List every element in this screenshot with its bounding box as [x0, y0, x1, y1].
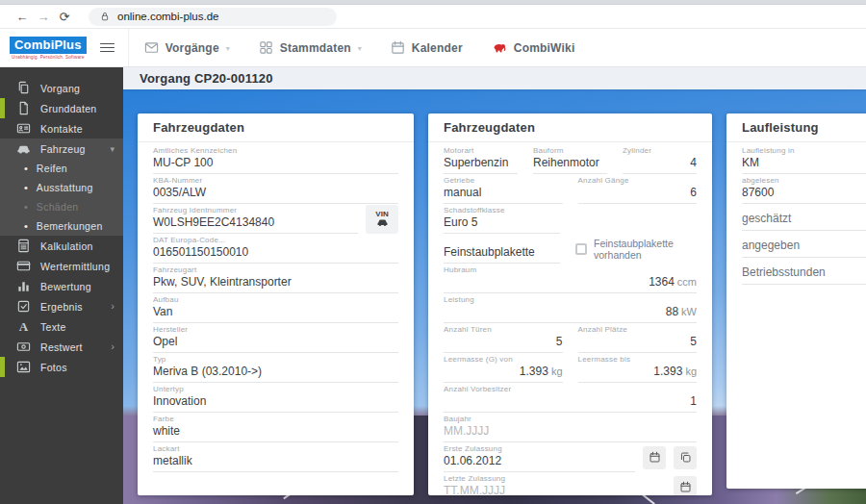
field-hersteller[interactable]: Hersteller Opel [153, 323, 398, 353]
field-aufbau[interactable]: Aufbau Van [153, 293, 398, 323]
banknote-icon [16, 340, 31, 354]
field-untertyp[interactable]: Untertyp Innovation [153, 383, 398, 413]
bullet-icon: • [24, 164, 28, 174]
field-laufleistung-in[interactable]: Laufleistung in KM [742, 144, 866, 174]
sidebar-item-fotos[interactable]: Fotos [0, 357, 123, 377]
calculator-icon [16, 239, 31, 253]
card-title: Fahrzeugdaten [428, 113, 712, 142]
copy-icon [679, 451, 692, 464]
nav-item-combiwiki[interactable]: CombiWiki [492, 40, 575, 55]
copy-date-button[interactable] [674, 446, 697, 469]
field-fahrzeug-identnummer[interactable]: Fahrzeug Identnummer W0LSH9EE2C4134840 [153, 204, 358, 234]
field-letzte-zulassung[interactable]: Letzte Zulassung TT.MM.JJJJ [444, 472, 666, 495]
field-farbe[interactable]: Farbe white [153, 413, 398, 442]
bullet-icon: • [24, 183, 28, 193]
app-header: CombiPlus Unabhängig. Persönlich. Softwa… [0, 29, 866, 67]
calendar-icon [679, 481, 692, 493]
chevron-down-icon: ▾ [358, 44, 362, 53]
datepicker-button[interactable] [643, 446, 666, 469]
card-title: Fahrzeugdaten [138, 113, 414, 142]
contacts-icon [16, 121, 31, 136]
document-icon [16, 101, 31, 115]
sidebar-item-texte[interactable]: A Texte [0, 316, 123, 337]
sidebar-item-schaeden: • Schäden [0, 197, 123, 216]
chevron-down-icon: ▾ [110, 144, 115, 154]
card-fahrzeugdaten-2: Fahrzeugdaten Motorart Superbenzin Baufo… [428, 113, 712, 495]
combiwiki-icon [492, 40, 507, 55]
browser-forward-button[interactable]: → [33, 11, 54, 23]
sidebar-item-reifen[interactable]: • Reifen [0, 159, 123, 178]
field-getriebe[interactable]: Getriebe manual [444, 174, 563, 204]
field-anzahl-gaenge[interactable]: Anzahl Gänge 6 [578, 174, 698, 204]
url-text: online.combi-plus.de [117, 11, 218, 22]
copy-icon [16, 81, 31, 95]
sidebar-item-grunddaten[interactable]: Grunddaten [0, 98, 123, 118]
sidebar-item-bewertung[interactable]: Bewertung [0, 276, 123, 296]
datepicker-button[interactable] [674, 476, 697, 496]
field-typ[interactable]: Typ Meriva B (03.2010->) [153, 353, 398, 383]
sidebar-item-wertermittlung[interactable]: Wertermittlung [0, 256, 123, 276]
sidebar-item-bemerkungen[interactable]: • Bemerkungen [0, 216, 123, 236]
sidebar-item-kontakte[interactable]: Kontakte [0, 118, 123, 139]
bullet-icon: • [24, 202, 28, 213]
status-indicator-fotos [0, 357, 5, 377]
vin-lookup-button[interactable]: VIN [366, 205, 398, 234]
field-motorart[interactable]: Motorart Superbenzin [444, 144, 518, 174]
sidebar-item-ergebnis[interactable]: Ergebnis › [0, 296, 123, 316]
field-leermasse-bis[interactable]: Leermasse bis 1.393kg [578, 353, 698, 383]
page-title-bar: Vorgang CP20-001120 [123, 67, 866, 89]
field-angegeben[interactable]: angegeben [742, 231, 866, 258]
browser-toolbar: ← → ⟳ online.combi-plus.de [0, 5, 866, 29]
field-hubraum[interactable]: Hubraum 1364ccm [444, 264, 697, 293]
field-betriebsstunden[interactable]: Betriebsstunden [742, 258, 866, 285]
bar-chart-icon [16, 279, 31, 293]
nav-item-stammdaten[interactable]: Stammdaten ▾ [259, 40, 362, 55]
status-indicator-grunddaten [0, 98, 5, 118]
feinstaubplakette-checkbox[interactable] [575, 243, 587, 255]
address-bar[interactable]: online.combi-plus.de [89, 8, 337, 26]
field-fahrzeugart[interactable]: Fahrzeugart Pkw, SUV, Kleintransporter [153, 264, 398, 293]
calendar-icon [649, 451, 661, 464]
field-baujahr[interactable]: Baujahr MM.JJJJ [444, 413, 697, 442]
field-schadstoffklasse[interactable]: Schadstoffklasse Euro 5 [444, 204, 560, 234]
field-anzahl-tueren[interactable]: Anzahl Türen 5 [444, 323, 563, 353]
photo-icon [16, 360, 31, 374]
field-feinstaubplakette[interactable]: Feinstaubplakette [444, 234, 560, 264]
field-dat-europa-code[interactable]: DAT Europa-Code... 016501150150010 [153, 234, 398, 264]
lock-icon [99, 11, 111, 22]
sidebar-item-fahrzeug[interactable]: Fahrzeug ▾ [0, 139, 123, 159]
logo-text: CombiPlus [10, 37, 87, 54]
field-leistung[interactable]: Leistung 88kW [444, 293, 697, 323]
calendar-icon [391, 40, 405, 55]
field-anzahl-vorbesitzer[interactable]: Anzahl Vorbesitzer 1 [444, 383, 697, 413]
content-area: Fahrzeugdaten Amtliches Kennzeichen MU-C… [123, 89, 866, 504]
sidebar-item-ausstattung[interactable]: • Ausstattung [0, 178, 123, 197]
sidebar: Vorgang Grunddaten Kontakte Fahrzeug ▾ •… [0, 67, 123, 504]
browser-reload-button[interactable]: ⟳ [54, 11, 75, 23]
field-kba-nummer[interactable]: KBA-Nummer 0035/ALW [153, 174, 398, 204]
browser-back-button[interactable]: ← [12, 11, 33, 23]
field-abgelesen[interactable]: abgelesen 87600 [742, 174, 866, 204]
sidebar-item-kalkulation[interactable]: Kalkulation [0, 236, 123, 256]
field-bauform[interactable]: Bauform Reihenmotor [533, 144, 607, 174]
page-title: Vorgang CP20-001120 [140, 71, 273, 86]
app-logo[interactable]: CombiPlus Unabhängig. Persönlich. Softwa… [10, 37, 87, 60]
field-zylinder[interactable]: Zylinder 4 [623, 144, 697, 174]
car-icon [16, 141, 31, 156]
field-leermasse-von[interactable]: Leermasse (G) von 1.393kg [444, 353, 563, 383]
field-lackart[interactable]: Lackart metallik [153, 442, 398, 472]
menu-toggle-button[interactable] [100, 40, 115, 54]
field-erste-zulassung[interactable]: Erste Zulassung 01.06.2012 [444, 442, 635, 472]
nav-item-kalender[interactable]: Kalender [391, 40, 463, 55]
field-geschaetzt[interactable]: geschätzt [742, 204, 866, 231]
card-fahrzeugdaten-1: Fahrzeugdaten Amtliches Kennzeichen MU-C… [138, 113, 414, 495]
field-kennzeichen[interactable]: Amtliches Kennzeichen MU-CP 100 [153, 144, 398, 174]
sidebar-item-restwert[interactable]: Restwert › [0, 337, 123, 357]
checkbox-icon [16, 299, 31, 314]
sidebar-item-vorgang[interactable]: Vorgang [0, 78, 123, 98]
nav-item-vorgaenge[interactable]: Vorgänge ▾ [144, 40, 230, 55]
chevron-right-icon: › [111, 301, 115, 312]
sidebar-group-fahrzeug: Fahrzeug ▾ • Reifen • Ausstattung • Schä… [0, 139, 123, 236]
field-anzahl-plaetze[interactable]: Anzahl Plätze 5 [578, 323, 698, 353]
chevron-right-icon: › [111, 341, 115, 352]
